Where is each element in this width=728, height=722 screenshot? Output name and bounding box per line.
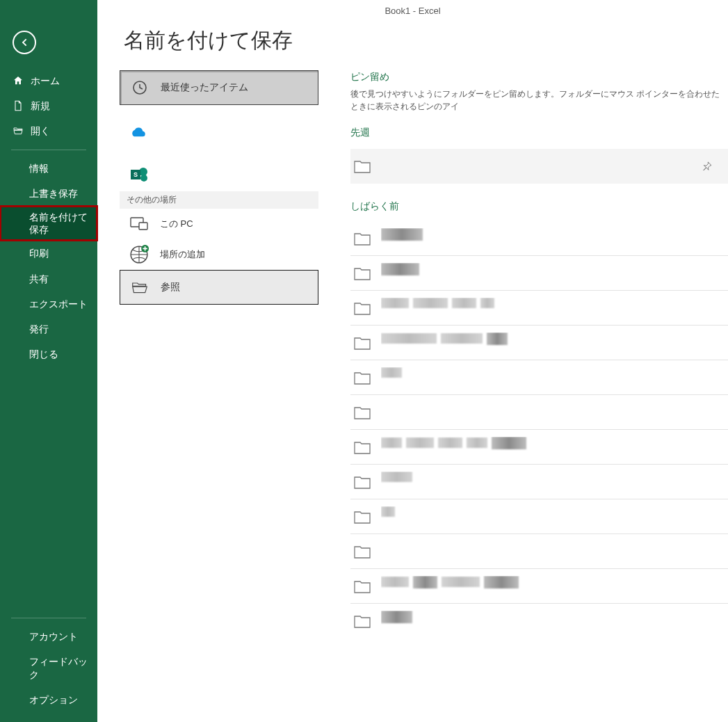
folder-name-redacted xyxy=(381,402,725,423)
folder-name-redacted xyxy=(381,228,725,249)
add-place-label: 場所の追加 xyxy=(160,248,205,261)
onedrive-location[interactable] xyxy=(120,118,318,148)
folder-icon xyxy=(353,300,371,316)
browse-label: 参照 xyxy=(161,281,180,294)
folder-row[interactable] xyxy=(350,499,728,534)
folder-row[interactable] xyxy=(350,534,728,569)
divider xyxy=(11,618,86,618)
nav-feedback[interactable]: フィードバック xyxy=(0,649,97,687)
folder-row[interactable] xyxy=(350,604,728,639)
folder-name-redacted xyxy=(381,156,725,177)
folder-icon xyxy=(353,440,371,455)
nav-publish[interactable]: 発行 xyxy=(0,316,97,342)
folder-icon xyxy=(353,474,371,490)
file-icon xyxy=(13,100,24,111)
folders-panel: ピン留め 後で見つけやすいようにフォルダーをピン留めします。フォルダーにマウス … xyxy=(325,24,728,722)
folder-icon xyxy=(353,159,371,174)
sharepoint-icon: S xyxy=(129,166,149,186)
folder-name-redacted xyxy=(381,506,725,527)
locations-panel: 名前を付けて保存 最近使ったアイテム xyxy=(97,24,325,722)
main-area: Book1 - Excel 名前を付けて保存 最近使ったアイテム xyxy=(97,0,728,722)
folder-row[interactable] xyxy=(350,149,728,184)
folder-row[interactable] xyxy=(350,395,728,430)
folder-row[interactable] xyxy=(350,291,728,326)
folder-icon xyxy=(353,544,371,559)
folder-open-icon xyxy=(130,278,149,297)
folder-icon xyxy=(353,266,371,281)
recent-label: 最近使ったアイテム xyxy=(161,81,248,94)
nav-options[interactable]: オプション xyxy=(0,687,97,712)
nav-print[interactable]: 印刷 xyxy=(0,241,97,266)
pinned-heading: ピン留め xyxy=(350,71,728,83)
backstage-sidebar: ホーム 新規 開く 情報 上書き保存 名前を付けて保存 印刷 共有 エクスポート… xyxy=(0,0,97,722)
folder-name-redacted xyxy=(381,576,725,597)
onedrive-icon xyxy=(129,123,149,143)
folder-row[interactable] xyxy=(350,326,728,360)
folder-name-redacted xyxy=(381,332,725,353)
other-locations-header: その他の場所 xyxy=(120,191,318,209)
folder-name-redacted xyxy=(381,541,725,562)
folder-open-icon xyxy=(13,125,24,136)
folder-row[interactable] xyxy=(350,360,728,395)
this-pc-label: この PC xyxy=(160,218,193,230)
folder-row[interactable] xyxy=(350,256,728,291)
browse-button[interactable]: 参照 xyxy=(120,270,318,305)
home-icon xyxy=(13,75,24,86)
folder-name-redacted xyxy=(381,611,725,632)
folder-name-redacted xyxy=(381,263,725,284)
page-title: 名前を付けて保存 xyxy=(124,26,325,55)
nav-export[interactable]: エクスポート xyxy=(0,291,97,316)
folder-name-redacted xyxy=(381,472,725,492)
nav-share[interactable]: 共有 xyxy=(0,266,97,291)
arrow-left-icon xyxy=(19,37,30,48)
folder-icon xyxy=(353,613,371,629)
folder-icon xyxy=(353,405,371,420)
add-place-icon xyxy=(129,245,149,264)
nav-info[interactable]: 情報 xyxy=(0,156,97,181)
nav-open[interactable]: 開く xyxy=(0,118,97,143)
folder-name-redacted xyxy=(381,437,725,458)
nav-home[interactable]: ホーム xyxy=(0,68,97,93)
folder-icon xyxy=(353,335,371,351)
this-pc[interactable]: この PC xyxy=(120,209,318,239)
last-week-heading: 先週 xyxy=(350,127,728,139)
folder-row[interactable] xyxy=(350,569,728,604)
nav-new[interactable]: 新規 xyxy=(0,93,97,118)
pc-icon xyxy=(129,214,149,234)
back-button[interactable] xyxy=(13,31,36,54)
nav-save[interactable]: 上書き保存 xyxy=(0,181,97,206)
folder-icon xyxy=(353,509,371,524)
nav-account[interactable]: アカウント xyxy=(0,624,97,649)
recent-items[interactable]: 最近使ったアイテム xyxy=(120,70,318,105)
nav-save-as[interactable]: 名前を付けて保存 xyxy=(0,206,97,241)
folder-name-redacted xyxy=(381,298,725,319)
folder-name-redacted xyxy=(381,367,725,388)
folder-row[interactable] xyxy=(350,430,728,465)
while-ago-heading: しばらく前 xyxy=(350,200,728,213)
pinned-description: 後で見つけやすいようにフォルダーをピン留めします。フォルダーにマウス ポインター… xyxy=(350,88,728,113)
svg-rect-2 xyxy=(139,223,147,230)
folder-icon xyxy=(353,579,371,594)
folder-row[interactable] xyxy=(350,221,728,256)
add-place[interactable]: 場所の追加 xyxy=(120,239,318,270)
sharepoint-location[interactable]: S xyxy=(120,161,318,191)
pin-icon[interactable] xyxy=(702,161,713,172)
folder-icon xyxy=(353,370,371,385)
folder-row[interactable] xyxy=(350,465,728,499)
folder-icon xyxy=(353,231,371,246)
window-title: Book1 - Excel xyxy=(385,6,440,16)
nav-close[interactable]: 閉じる xyxy=(0,342,97,367)
clock-icon xyxy=(130,78,149,97)
divider xyxy=(11,150,86,150)
